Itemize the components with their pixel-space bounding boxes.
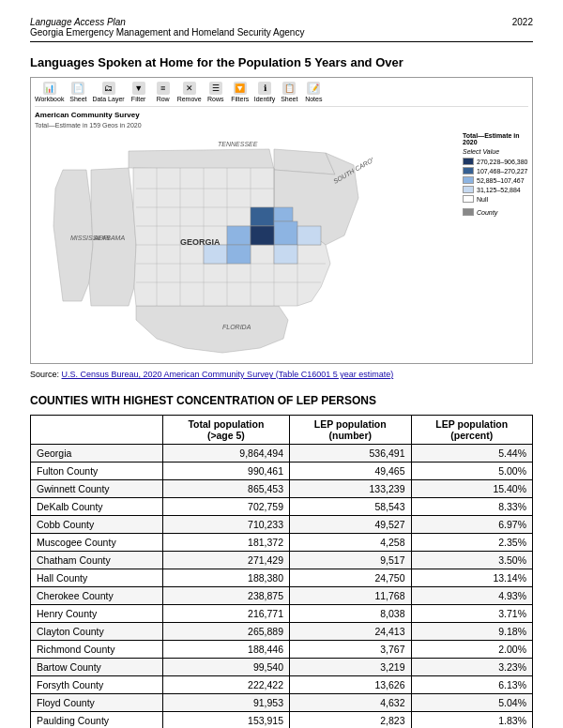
cell-lep-num: 13,626 xyxy=(290,676,411,694)
legend-county-item: County xyxy=(463,208,528,216)
svg-rect-25 xyxy=(204,245,227,264)
table-row: Cherokee County 238,875 11,768 4.93% xyxy=(31,587,533,605)
map-acs-title: American Community Survey xyxy=(35,111,528,119)
table-row: DeKalb County 702,759 58,543 8.33% xyxy=(31,498,533,516)
cell-total: 9,864,494 xyxy=(162,445,289,463)
cell-lep-num: 2,823 xyxy=(290,712,411,729)
svg-rect-19 xyxy=(251,207,274,226)
col-total-pop: Total population(>age 5) xyxy=(162,416,289,445)
cell-county: Paulding County xyxy=(31,712,163,729)
table-row: Muscogee County 181,372 4,258 2.35% xyxy=(31,534,533,552)
data-layer-icon: 🗂 xyxy=(102,82,115,95)
toolbar-notes[interactable]: 📝 Notes xyxy=(303,82,324,102)
cell-lep-pct: 13.14% xyxy=(411,569,533,587)
cell-lep-pct: 4.93% xyxy=(411,587,533,605)
cell-lep-pct: 15.40% xyxy=(411,480,533,498)
table-row: Georgia 9,864,494 536,491 5.44% xyxy=(31,445,533,463)
map-acs-subtitle: Total—Estimate in 159 Geos in 2020 xyxy=(35,122,528,129)
legend-county-label: County xyxy=(463,208,528,216)
toolbar-data-layer[interactable]: 🗂 Data Layer xyxy=(92,82,124,102)
cell-lep-num: 4,632 xyxy=(290,694,411,712)
cell-lep-pct: 3.71% xyxy=(411,605,533,623)
toolbar-row[interactable]: ≡ Row xyxy=(153,82,174,102)
cell-lep-pct: 9.18% xyxy=(411,623,533,641)
toolbar-filter[interactable]: ▼ Filter xyxy=(129,82,149,102)
legend-title: Total—Estimate in2020 xyxy=(463,132,528,145)
legend-item-1: 270,228–906,380 xyxy=(463,158,528,165)
header-left: Language Access Plan Georgia Emergency M… xyxy=(30,17,304,38)
cell-county: Bartow County xyxy=(31,659,163,676)
map-toolbar: 📊 Workbook 📄 Sheet 🗂 Data Layer ▼ Filter… xyxy=(35,82,528,107)
table-section: COUNTIES WITH HIGHEST CONCENTRATION OF L… xyxy=(30,394,533,728)
toolbar-filters2[interactable]: 🔽 Filters xyxy=(230,82,251,102)
svg-rect-24 xyxy=(297,226,321,245)
cell-lep-num: 49,527 xyxy=(290,516,411,534)
identify-icon: ℹ xyxy=(258,82,271,95)
col-lep-num: LEP population(number) xyxy=(290,416,411,445)
cell-county: Forsyth County xyxy=(31,676,163,694)
table-row: Paulding County 153,915 2,823 1.83% xyxy=(31,712,533,729)
legend-color-2 xyxy=(463,167,474,174)
col-county xyxy=(31,416,163,445)
cell-lep-pct: 5.00% xyxy=(411,463,533,480)
toolbar-rows[interactable]: ☰ Rows xyxy=(205,82,226,102)
cell-county: DeKalb County xyxy=(31,498,163,516)
table-row: Henry County 216,771 8,038 3.71% xyxy=(31,605,533,623)
legend-item-null: Null xyxy=(463,195,528,203)
svg-text:GEORGIA: GEORGIA xyxy=(180,237,221,247)
table-row: Chatham County 271,429 9,517 3.50% xyxy=(31,552,533,569)
map-section-title: Languages Spoken at Home for the Populat… xyxy=(30,55,533,69)
cell-total: 271,429 xyxy=(162,552,289,569)
source-label: Source: xyxy=(30,370,62,379)
table-row: Richmond County 188,446 3,767 2.00% xyxy=(31,641,533,659)
cell-county: Hall County xyxy=(31,569,163,587)
table-row: Bartow County 99,540 3,219 3.23% xyxy=(31,659,533,676)
workbook-icon: 📊 xyxy=(43,82,56,95)
table-row: Gwinnett County 865,453 133,239 15.40% xyxy=(31,480,533,498)
legend-county-color xyxy=(463,208,474,216)
notes-icon: 📝 xyxy=(307,82,320,95)
sheet2-icon: 📋 xyxy=(282,82,296,95)
legend-color-3 xyxy=(463,176,474,184)
remove-icon: ✕ xyxy=(183,82,196,95)
cell-lep-pct: 6.13% xyxy=(411,676,533,694)
table-section-title: COUNTIES WITH HIGHEST CONCENTRATION OF L… xyxy=(30,394,533,407)
svg-rect-28 xyxy=(251,226,274,245)
map-wrapper: MISSISSIPPI ALABAMA TENNESSEE SOUTH CARO… xyxy=(35,132,528,359)
toolbar-remove[interactable]: ✕ Remove xyxy=(177,82,202,102)
cell-lep-pct: 5.44% xyxy=(411,445,533,463)
header-year: 2022 xyxy=(512,17,533,27)
map-container: 📊 Workbook 📄 Sheet 🗂 Data Layer ▼ Filter… xyxy=(30,77,533,364)
map-source: Source: U.S. Census Bureau, 2020 America… xyxy=(30,370,533,379)
lep-table: Total population(>age 5) LEP population(… xyxy=(30,415,533,728)
sheet-icon: 📄 xyxy=(71,82,84,95)
cell-total: 702,759 xyxy=(162,498,289,516)
col-lep-pct: LEP population(percent) xyxy=(411,416,533,445)
cell-lep-num: 58,543 xyxy=(290,498,411,516)
svg-rect-23 xyxy=(274,221,297,245)
source-link[interactable]: U.S. Census Bureau, 2020 American Commun… xyxy=(62,370,394,379)
cell-lep-num: 24,413 xyxy=(290,623,411,641)
rows-icon: ☰ xyxy=(209,82,222,95)
cell-total: 990,461 xyxy=(162,463,289,480)
cell-total: 216,771 xyxy=(162,605,289,623)
cell-county: Fulton County xyxy=(31,463,163,480)
cell-lep-num: 11,768 xyxy=(290,587,411,605)
toolbar-sheet[interactable]: 📄 Sheet xyxy=(68,82,88,102)
cell-lep-pct: 2.35% xyxy=(411,534,533,552)
row-icon: ≡ xyxy=(157,82,170,95)
table-row: Hall County 188,380 24,750 13.14% xyxy=(31,569,533,587)
table-row: Cobb County 710,233 49,527 6.97% xyxy=(31,516,533,534)
table-row: Forsyth County 222,422 13,626 6.13% xyxy=(31,676,533,694)
cell-total: 91,953 xyxy=(162,694,289,712)
cell-total: 153,915 xyxy=(162,712,289,729)
toolbar-identify[interactable]: ℹ Identify xyxy=(254,82,276,102)
cell-lep-num: 24,750 xyxy=(290,569,411,587)
toolbar-sheet2[interactable]: 📋 Sheet xyxy=(279,82,299,102)
cell-county: Cherokee County xyxy=(31,587,163,605)
cell-lep-pct: 6.97% xyxy=(411,516,533,534)
svg-rect-26 xyxy=(227,245,251,264)
svg-text:ALABAMA: ALABAMA xyxy=(93,235,125,241)
toolbar-workbook[interactable]: 📊 Workbook xyxy=(35,82,64,102)
cell-county: Gwinnett County xyxy=(31,480,163,498)
